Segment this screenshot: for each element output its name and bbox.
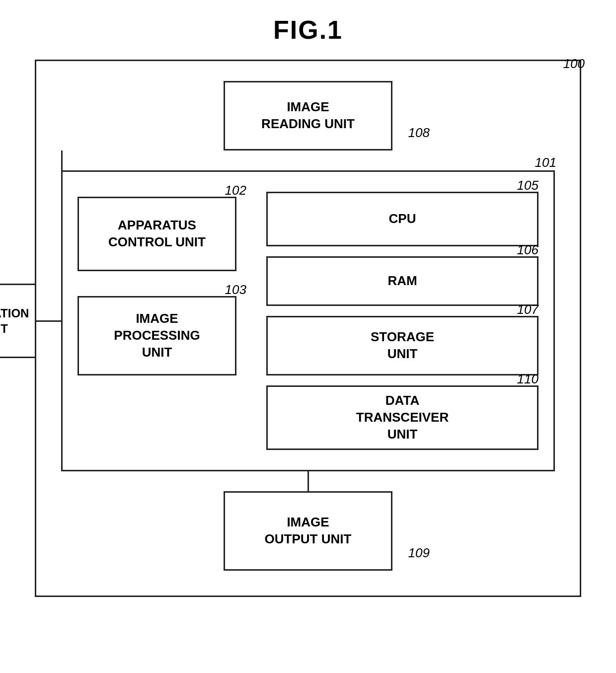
image-processing-block: IMAGE PROCESSING UNIT <box>77 296 236 375</box>
ref-107: 107 <box>517 302 539 317</box>
operation-block: OPERATION UNIT <box>0 284 36 358</box>
top-section: IMAGE READING UNIT 108 <box>61 81 555 150</box>
ram-wrapper: 106 RAM <box>266 256 539 306</box>
ref-103: 103 <box>225 282 246 298</box>
storage-block: STORAGE UNIT <box>266 316 539 375</box>
ref-101: 101 <box>535 155 556 170</box>
main-diagram: 100 IMAGE READING UNIT 108 104 OP <box>35 60 581 597</box>
ref-108: 108 <box>408 125 430 141</box>
ref-105: 105 <box>517 178 539 193</box>
connector-v-top <box>61 150 555 170</box>
apparatus-control-block: APPARATUS CONTROL UNIT <box>77 197 236 271</box>
outer-box: 100 IMAGE READING UNIT 108 104 OP <box>35 60 581 597</box>
storage-wrapper: 107 STORAGE UNIT <box>266 316 539 375</box>
operation-unit-group: 104 OPERATION UNIT <box>0 284 62 358</box>
cpu-block: CPU <box>266 192 539 246</box>
inner-right: 105 CPU 106 RAM 107 <box>266 192 539 450</box>
inner-box: 101 102 APPARATUS CONTROL UNIT 103 <box>61 170 555 471</box>
image-reading-block: IMAGE READING UNIT <box>224 81 392 150</box>
connector-v-bottom <box>61 471 555 491</box>
ref-106: 106 <box>517 242 539 258</box>
ref-110: 110 <box>517 372 539 387</box>
inner-left: 102 APPARATUS CONTROL UNIT 103 IMAGE PRO… <box>77 192 246 450</box>
page-title: FIG.1 <box>273 15 343 45</box>
apparatus-wrapper: 102 APPARATUS CONTROL UNIT <box>77 197 246 271</box>
h-connector <box>36 320 62 322</box>
bottom-section: IMAGE OUTPUT UNIT 109 <box>61 491 555 571</box>
cpu-wrapper: 105 CPU <box>266 192 539 246</box>
ref-109: 109 <box>408 545 430 561</box>
image-output-block: IMAGE OUTPUT UNIT <box>224 491 392 571</box>
ram-block: RAM <box>266 256 539 306</box>
ref-102: 102 <box>225 183 246 198</box>
transceiver-block: DATA TRANSCEIVER UNIT <box>266 385 539 450</box>
image-processing-wrapper: 103 IMAGE PROCESSING UNIT <box>77 296 246 375</box>
transceiver-wrapper: 110 DATA TRANSCEIVER UNIT <box>266 385 539 450</box>
inner-box-wrapper: 104 OPERATION UNIT 101 102 <box>61 170 555 471</box>
ref-100: 100 <box>563 56 585 72</box>
